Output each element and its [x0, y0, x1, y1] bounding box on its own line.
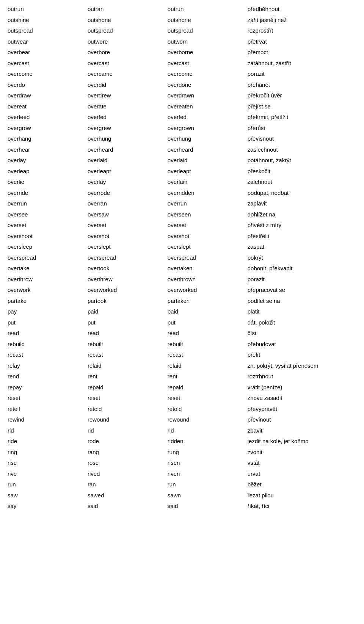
- table-row: overdrawoverdrewoverdrawnpřekročit úvěr: [6, 90, 358, 101]
- table-cell: rose: [86, 458, 166, 468]
- table-row: overbearoverboreoverbornepřemoct: [6, 47, 358, 58]
- table-cell: outspread: [166, 26, 246, 36]
- table-cell: oversee: [6, 210, 86, 219]
- table-cell: rebuild: [6, 340, 86, 349]
- table-cell: overslept: [86, 242, 166, 252]
- table-cell: saw: [6, 491, 86, 500]
- table-cell: zalehnout: [246, 177, 358, 187]
- table-cell: zn. pokrýt, vysílat přenosem: [246, 361, 358, 371]
- table-cell: rive: [6, 469, 86, 479]
- table-cell: rewound: [166, 415, 246, 425]
- table-cell: přejíst se: [246, 102, 358, 111]
- table-cell: porazit: [246, 69, 358, 79]
- table-cell: overran: [86, 199, 166, 209]
- table-row: saysaidsaidříkat, říci: [6, 501, 358, 512]
- table-cell: overspread: [6, 253, 86, 263]
- table-cell: vstát: [246, 458, 358, 468]
- table-cell: zbavit: [246, 426, 358, 436]
- table-cell: overdid: [86, 80, 166, 90]
- table-row: overspreadoverspreadoverspreadpokrýt: [6, 252, 358, 263]
- table-cell: repaid: [166, 383, 246, 392]
- table-cell: outran: [86, 5, 166, 14]
- table-cell: rent: [166, 372, 246, 381]
- table-row: outrunoutranoutrunpředběhnout: [6, 4, 358, 15]
- table-cell: paid: [86, 307, 166, 317]
- table-row: overleapoverleaptoverleaptpřeskočit: [6, 166, 358, 177]
- table-cell: overhear: [6, 145, 86, 155]
- table-cell: rung: [166, 448, 246, 457]
- table-cell: overcast: [86, 59, 166, 68]
- table-cell: roztrhnout: [246, 372, 358, 381]
- table-cell: vrátit (peníze): [246, 383, 358, 392]
- table-cell: rebuilt: [86, 340, 166, 349]
- table-cell: porazit: [246, 275, 358, 284]
- table-cell: partaken: [166, 296, 246, 306]
- table-cell: overset: [6, 221, 86, 230]
- table-cell: číst: [246, 329, 358, 338]
- table-cell: overbore: [86, 48, 166, 57]
- table-cell: potáhnout, zakrýt: [246, 156, 358, 165]
- table-row: retellretoldretoldpřevyprávět: [6, 404, 358, 415]
- table-cell: say: [6, 502, 86, 511]
- table-cell: read: [6, 329, 86, 338]
- table-cell: overlie: [6, 177, 86, 187]
- table-cell: overfed: [86, 113, 166, 122]
- table-cell: relay: [6, 361, 86, 371]
- table-cell: ride: [6, 437, 86, 446]
- table-cell: overtaken: [166, 264, 246, 273]
- table-row: overhearoverheardoverheardzaslechnout: [6, 144, 358, 155]
- table-cell: podupat, nedbat: [246, 188, 358, 198]
- table-cell: rebuilt: [166, 340, 246, 349]
- table-cell: přemoct: [246, 48, 358, 57]
- table-cell: overate: [86, 102, 166, 111]
- table-cell: pokrýt: [246, 253, 358, 263]
- table-row: outspreadoutspreadoutspreadrozprostřít: [6, 25, 358, 36]
- table-cell: zářit jasněji než: [246, 16, 358, 25]
- table-cell: overshot: [166, 232, 246, 241]
- table-row: overthrowoverthrewoverthrownporazit: [6, 274, 358, 285]
- table-row: sawsawedsawnřezat pilou: [6, 490, 358, 501]
- table-cell: rode: [86, 437, 166, 446]
- table-cell: partake: [6, 296, 86, 306]
- table-cell: retold: [86, 405, 166, 414]
- table-row: outshineoutshoneoutshonezářit jasněji ne…: [6, 15, 358, 26]
- table-cell: overthrew: [86, 275, 166, 284]
- table-cell: said: [166, 502, 246, 511]
- table-cell: outrun: [166, 5, 246, 14]
- table-cell: předběhnout: [246, 5, 358, 14]
- table-row: overrideoverrodeoverriddenpodupat, nedba…: [6, 188, 358, 199]
- table-cell: overhung: [166, 134, 246, 144]
- table-cell: overtook: [86, 264, 166, 273]
- table-cell: oversaw: [86, 210, 166, 219]
- table-row: paypaidpaidplatit: [6, 306, 358, 317]
- table-row: overlayoverlaidoverlaidpotáhnout, zakrýt: [6, 155, 358, 166]
- table-row: riseroserisenvstát: [6, 458, 358, 469]
- table-cell: reset: [166, 394, 246, 403]
- table-cell: overshoot: [6, 232, 86, 241]
- table-cell: overthrown: [166, 275, 246, 284]
- table-row: overtakeovertookovertakendohonit, překva…: [6, 263, 358, 274]
- table-cell: outworn: [166, 37, 246, 47]
- table-cell: přestřelit: [246, 232, 358, 241]
- table-cell: zvonit: [246, 448, 358, 457]
- table-cell: outrun: [6, 5, 86, 14]
- table-cell: overcome: [166, 69, 246, 79]
- table-cell: dohlížet na: [246, 210, 358, 219]
- table-row: ringrangrungzvonit: [6, 447, 358, 458]
- table-cell: rang: [86, 448, 166, 457]
- table-cell: outshine: [6, 16, 86, 25]
- table-row: readreadreadčíst: [6, 328, 358, 339]
- table-row: ridridridzbavit: [6, 425, 358, 436]
- table-cell: rid: [6, 426, 86, 436]
- table-cell: přepracovat se: [246, 285, 358, 295]
- table-cell: overeaten: [166, 102, 246, 111]
- table-row: overcastovercastovercastzatáhnout, zastř…: [6, 58, 358, 69]
- table-cell: overset: [166, 221, 246, 230]
- table-cell: překročit úvěr: [246, 91, 358, 100]
- table-cell: overleapt: [166, 167, 246, 176]
- table-cell: put: [6, 318, 86, 328]
- table-cell: rend: [6, 372, 86, 381]
- table-cell: říkat, říci: [246, 502, 358, 511]
- table-cell: outwear: [6, 37, 86, 47]
- table-row: putputputdát, položit: [6, 317, 358, 328]
